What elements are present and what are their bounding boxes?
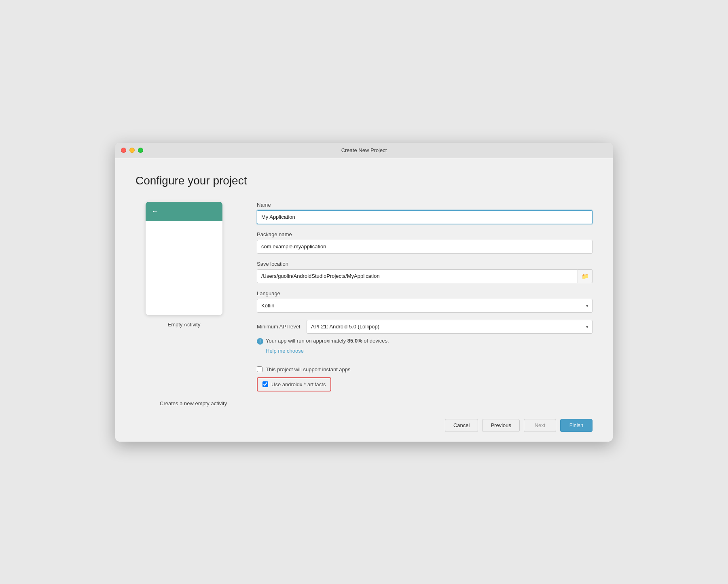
min-api-label: Minimum API level [257, 324, 300, 330]
save-location-group: Save location 📁 [257, 261, 593, 283]
info-row: i Your app will run on approximately 85.… [257, 338, 593, 345]
save-location-input[interactable] [257, 269, 578, 283]
footer: Cancel Previous Next Finish [115, 411, 613, 442]
package-label: Package name [257, 231, 593, 237]
phone-body [146, 221, 222, 315]
save-location-label: Save location [257, 261, 593, 267]
phone-preview: ← [146, 202, 222, 315]
close-button[interactable] [121, 148, 126, 153]
content-area: Configure your project ← Empty Activity … [115, 158, 613, 411]
window-title: Create New Project [341, 147, 387, 153]
info-text: Your app will run on approximately 85.0%… [266, 338, 389, 344]
info-prefix: Your app will run on approximately [266, 338, 347, 344]
maximize-button[interactable] [138, 148, 143, 153]
name-label: Name [257, 202, 593, 208]
main-window: Create New Project Configure your projec… [115, 143, 613, 442]
androidx-label: Use androidx.* artifacts [271, 381, 326, 387]
left-panel: ← Empty Activity [135, 202, 233, 391]
save-location-input-group: 📁 [257, 269, 593, 283]
right-panel: Name Package name Save location 📁 [257, 202, 593, 391]
phone-header: ← [146, 202, 222, 221]
next-button[interactable]: Next [524, 419, 556, 432]
minimize-button[interactable] [129, 148, 135, 153]
page-title: Configure your project [135, 174, 593, 187]
info-percentage: 85.0% [347, 338, 362, 344]
help-link-row: Help me choose [257, 347, 593, 354]
previous-button[interactable]: Previous [482, 419, 520, 432]
back-arrow-icon: ← [151, 207, 159, 216]
cancel-button[interactable]: Cancel [445, 419, 478, 432]
preview-label: Empty Activity [168, 322, 201, 328]
androidx-checkbox-row: Use androidx.* artifacts [257, 377, 331, 391]
name-group: Name [257, 202, 593, 224]
min-api-group: Minimum API level API 16: Android 4.1 (J… [257, 320, 593, 354]
package-group: Package name [257, 231, 593, 254]
instant-apps-row: This project will support instant apps [257, 366, 593, 372]
package-input[interactable] [257, 240, 593, 254]
folder-icon: 📁 [582, 273, 588, 279]
info-suffix: of devices. [362, 338, 389, 344]
api-select-wrapper: API 16: Android 4.1 (Jelly Bean) API 17:… [307, 320, 593, 334]
language-group: Language Java Kotlin ▾ [257, 290, 593, 313]
min-api-select[interactable]: API 16: Android 4.1 (Jelly Bean) API 17:… [307, 320, 593, 334]
main-area: ← Empty Activity Name Package name [135, 202, 593, 391]
description-area: Creates a new empty activity [135, 391, 593, 411]
language-select-wrapper: Java Kotlin ▾ [257, 299, 593, 313]
info-icon: i [257, 338, 263, 345]
androidx-checkbox[interactable] [262, 381, 268, 387]
titlebar: Create New Project [115, 143, 613, 158]
traffic-lights [121, 148, 143, 153]
language-label: Language [257, 290, 593, 296]
folder-browse-button[interactable]: 📁 [578, 269, 593, 283]
help-me-choose-link[interactable]: Help me choose [266, 348, 304, 354]
language-select[interactable]: Java Kotlin [257, 299, 593, 313]
api-row: Minimum API level API 16: Android 4.1 (J… [257, 320, 593, 334]
finish-button[interactable]: Finish [560, 419, 593, 432]
instant-apps-checkbox[interactable] [257, 366, 262, 372]
instant-apps-label: This project will support instant apps [266, 366, 351, 372]
name-input[interactable] [257, 210, 593, 224]
